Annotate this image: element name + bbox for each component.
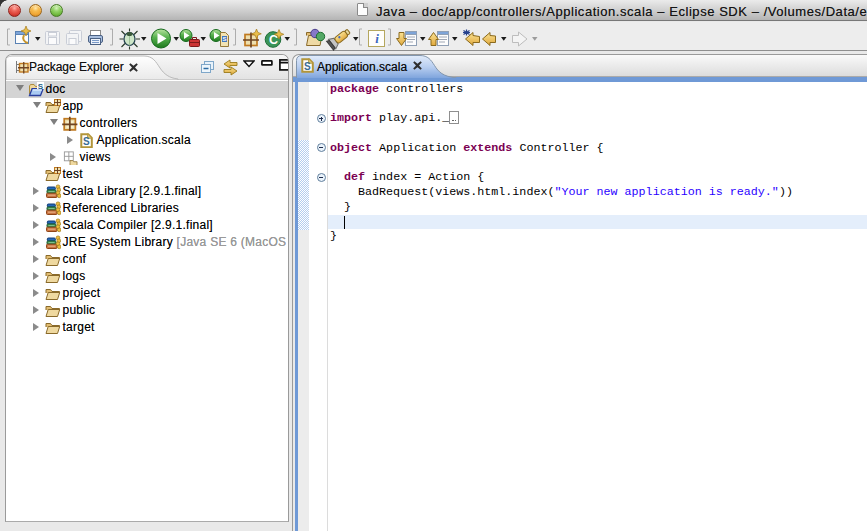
- svg-text:S: S: [222, 36, 226, 42]
- svg-text:S: S: [304, 61, 311, 72]
- svg-text:i: i: [375, 31, 379, 46]
